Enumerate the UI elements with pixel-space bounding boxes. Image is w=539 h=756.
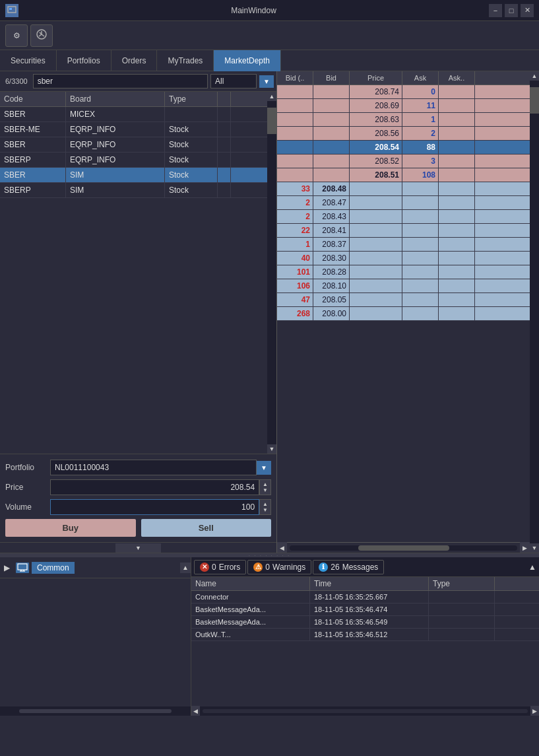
md-scroll-up[interactable]: ▲	[530, 71, 539, 81]
md-row[interactable]: 47 208.05	[277, 293, 530, 307]
table-row[interactable]: SBERP EQRP_INFO Stock	[0, 153, 267, 168]
cell-code: SBER	[0, 137, 66, 152]
buy-button[interactable]: Buy	[5, 519, 136, 537]
log-scroll-left[interactable]: ◀	[191, 706, 200, 716]
bottom-panel: ▶ Common ▲	[0, 557, 539, 716]
log-type	[429, 616, 495, 628]
close-button[interactable]: ✕	[521, 4, 534, 17]
table-row[interactable]: SBERP SIM Stock	[0, 183, 267, 198]
volume-input[interactable]	[50, 499, 259, 515]
md-price	[350, 196, 402, 209]
md-price: 208.56	[350, 127, 402, 140]
tree-expander[interactable]: ▶	[0, 557, 13, 578]
md-row[interactable]: 208.52 3	[277, 155, 530, 168]
portfolio-row: Portfolio ▼	[5, 460, 271, 475]
market-depth-inner: Bid (.. Bid Price Ask Ask.. 208.74 0	[277, 71, 539, 553]
market-depth-table-area: Bid (.. Bid Price Ask Ask.. 208.74 0	[277, 71, 530, 553]
md-scroll-left[interactable]: ◀	[277, 542, 287, 553]
log-tab-errors[interactable]: ✕ 0 Errors	[194, 560, 246, 574]
volume-spinner[interactable]: ▲ ▼	[259, 499, 271, 515]
cell-code: SBER	[0, 168, 66, 182]
md-bid: 208.47	[313, 196, 350, 209]
scroll-up-arrow[interactable]: ▲	[267, 92, 276, 101]
price-input[interactable]	[50, 479, 259, 495]
md-row[interactable]: 208.69 11	[277, 99, 530, 113]
md-row[interactable]: 101 208.28	[277, 265, 530, 279]
bottom-scroll-up-button[interactable]: ▲	[180, 563, 191, 573]
md-bid-vol: 2	[277, 210, 313, 223]
warning-icon: ⚠	[253, 563, 263, 572]
log-horizontal-scrollbar[interactable]: ◀ ▶	[191, 706, 539, 716]
md-ask-vol	[439, 238, 475, 251]
main-content: 6/3300 ▼ Code Board Type SBER MICEX	[0, 71, 539, 553]
md-ask	[402, 196, 439, 209]
md-row[interactable]: 33 208.48	[277, 182, 530, 196]
cell-code: SBERP	[0, 153, 66, 167]
log-tab-messages[interactable]: ℹ 26 Messages	[313, 560, 384, 574]
md-row[interactable]: 208.56 2	[277, 127, 530, 141]
tree-node: Common	[13, 562, 77, 574]
table-row[interactable]: SBER-ME EQRP_INFO Stock	[0, 122, 267, 137]
md-scroll-down[interactable]: ▼	[530, 543, 539, 553]
md-ask	[402, 293, 439, 306]
md-ask-vol	[439, 85, 475, 98]
log-tab-warnings[interactable]: ⚠ 0 Warnings	[247, 560, 311, 574]
plug-icon	[36, 28, 48, 42]
log-row[interactable]: OutkW..T... 18-11-05 16:35:46.512	[191, 629, 539, 641]
table-row[interactable]: SBER EQRP_INFO Stock	[0, 137, 267, 153]
table-row[interactable]: SBER SIM Stock	[0, 168, 267, 183]
left-scroll-down[interactable]: ▼	[115, 543, 161, 553]
md-row[interactable]: 208.74 0	[277, 85, 530, 99]
order-form: Portfolio ▼ Price ▲ ▼ Volume	[0, 454, 276, 542]
md-bid-vol	[277, 127, 313, 140]
md-ask	[402, 252, 439, 265]
tab-mytrades[interactable]: MyTrades	[157, 50, 214, 71]
md-row[interactable]: 2 208.43	[277, 210, 530, 224]
md-row-highlight[interactable]: 208.54 88	[277, 141, 530, 155]
md-row[interactable]: 106 208.10	[277, 279, 530, 293]
minimize-button[interactable]: −	[489, 4, 502, 17]
portfolio-dropdown-button[interactable]: ▼	[257, 461, 271, 475]
md-ask	[402, 182, 439, 195]
filter-dropdown-button[interactable]: ▼	[259, 75, 274, 88]
md-row[interactable]: 2 208.47	[277, 196, 530, 210]
tab-orders[interactable]: Orders	[111, 50, 158, 71]
filter-input[interactable]	[210, 74, 257, 88]
price-spinner[interactable]: ▲ ▼	[259, 479, 271, 495]
log-expand-button[interactable]: ▲	[528, 563, 536, 572]
md-row[interactable]: 22 208.41	[277, 224, 530, 238]
scroll-down-arrow[interactable]: ▼	[267, 444, 276, 454]
table-row[interactable]: SBER MICEX	[0, 107, 267, 122]
md-vertical-scrollbar[interactable]: ▲ ▼	[530, 71, 539, 553]
settings-button[interactable]: ⚙	[5, 24, 28, 47]
scroll-thumb	[267, 108, 276, 134]
md-ask	[402, 265, 439, 279]
search-input[interactable]	[33, 74, 208, 88]
log-type	[429, 629, 495, 640]
tab-marketdepth[interactable]: MarketDepth	[214, 50, 281, 71]
md-scroll-right[interactable]: ▶	[520, 542, 530, 553]
portfolio-dropdown[interactable]	[50, 460, 257, 475]
connect-button[interactable]	[30, 24, 53, 47]
header-code: Code	[0, 92, 66, 106]
md-row[interactable]: 268 208.00	[277, 307, 530, 321]
maximize-button[interactable]: □	[505, 4, 518, 17]
log-header-name: Name	[191, 577, 310, 590]
tab-portfolios[interactable]: Portfolios	[57, 50, 111, 71]
log-row[interactable]: BasketMessageAda... 18-11-05 16:35:46.47…	[191, 603, 539, 616]
md-row[interactable]: 40 208.30	[277, 252, 530, 265]
log-row[interactable]: BasketMessageAda... 18-11-05 16:35:46.54…	[191, 616, 539, 629]
log-scroll-right[interactable]: ▶	[530, 706, 539, 716]
md-row[interactable]: 208.51 108	[277, 168, 530, 182]
sell-button[interactable]: Sell	[141, 519, 272, 537]
md-row[interactable]: 1 208.37	[277, 238, 530, 252]
tab-securities[interactable]: Securities	[0, 50, 57, 71]
log-row[interactable]: Connector 18-11-05 16:35:25.667	[191, 591, 539, 603]
market-depth-scrollbar[interactable]: ◀ ▶	[277, 542, 530, 553]
securities-scrollbar[interactable]: ▲ ▼	[267, 92, 276, 454]
window-controls: − □ ✕	[489, 4, 534, 17]
log-time: 18-11-05 16:35:25.667	[310, 591, 429, 603]
md-row[interactable]: 208.63 1	[277, 113, 530, 127]
search-bar: 6/3300 ▼	[0, 71, 276, 92]
md-ask-vol	[439, 196, 475, 209]
